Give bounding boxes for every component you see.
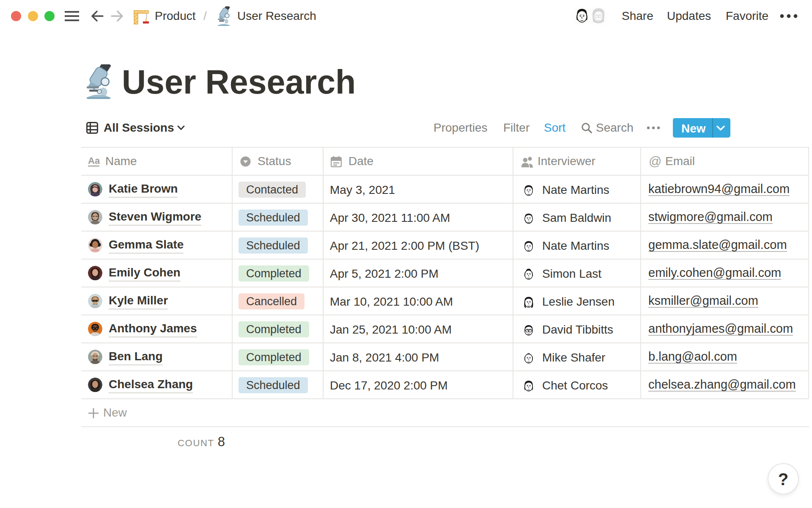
svg-text:Aa: Aa [88, 157, 100, 166]
